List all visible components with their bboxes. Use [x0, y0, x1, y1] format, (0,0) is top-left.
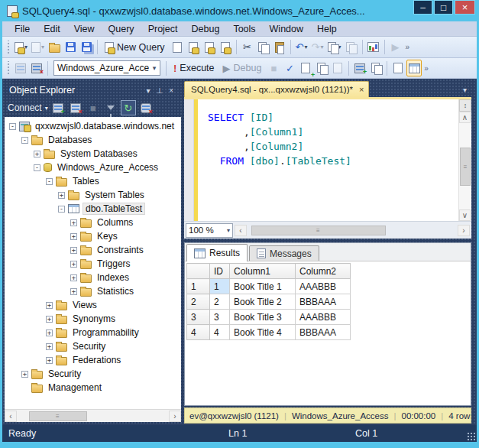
hscroll-right-icon[interactable]: › [458, 225, 470, 236]
close-button[interactable]: × [455, 0, 475, 15]
xmla-query-button[interactable] [218, 39, 233, 56]
editor-horizontal-scrollbar[interactable]: ‹ ≡ › [235, 223, 470, 238]
expand-icon[interactable]: + [70, 247, 77, 254]
grid-row-header[interactable]: 4 [187, 325, 210, 340]
oe-scroll-thumb[interactable]: ≡ [29, 411, 87, 421]
menu-edit[interactable]: Edit [37, 22, 66, 36]
dmx-query-button[interactable] [202, 39, 217, 56]
grid-column-header-id[interactable]: ID [210, 264, 230, 279]
tab-close-icon[interactable]: × [359, 85, 364, 94]
tree-item-label[interactable]: Tables [70, 176, 102, 187]
results-to-grid-button[interactable] [406, 60, 422, 76]
menu-help[interactable]: Help [311, 22, 343, 36]
grid-column-header-column1[interactable]: Column1 [230, 264, 296, 279]
splitter-handle-icon[interactable]: ↕ [459, 99, 471, 112]
tab-results[interactable]: Results [186, 244, 248, 261]
tree-item-statistics[interactable]: +Statistics [6, 284, 181, 298]
refresh-button[interactable]: ↻ [121, 100, 136, 115]
save-all-button[interactable] [79, 39, 94, 56]
grid-cell[interactable]: AAABBB [296, 310, 351, 325]
menu-tools[interactable]: Tools [227, 22, 261, 36]
tree-item-qxxwzwjsl0-database-windows-net[interactable]: -qxxwzwjsl0.database.windows.net [6, 119, 181, 133]
tree-item-label[interactable]: System Databases [58, 148, 140, 159]
code-line[interactable]: ,[Column2] [208, 139, 458, 154]
intellisense-button[interactable] [330, 60, 345, 76]
copy-button[interactable] [256, 39, 271, 56]
grid-cell[interactable]: AAABBB [296, 279, 351, 294]
undo-button[interactable]: ↶▾ [294, 39, 309, 56]
tree-item-system-tables[interactable]: +System Tables [6, 188, 181, 202]
scroll-right-icon[interactable]: › [169, 411, 181, 422]
tree-item-label[interactable]: Windows_Azure_Access [55, 162, 160, 173]
tree-item-label[interactable]: Synonyms [70, 313, 118, 324]
tree-item-federations[interactable]: +Federations [6, 353, 181, 367]
cut-button[interactable]: ✂ [240, 39, 255, 56]
grid-row-header[interactable]: 3 [187, 310, 210, 325]
tree-item-label[interactable]: Security [46, 368, 83, 379]
filter-icon[interactable] [103, 100, 118, 115]
code-line[interactable]: ,[Column1] [208, 125, 458, 139]
collapse-icon[interactable]: - [58, 206, 65, 213]
menu-query[interactable]: Query [102, 22, 141, 36]
expand-icon[interactable]: + [70, 233, 77, 240]
tree-item-label[interactable]: Keys [95, 231, 120, 242]
expand-icon[interactable]: + [70, 219, 77, 226]
tree-item-label[interactable]: qxxwzwjsl0.database.windows.net [33, 121, 176, 131]
navigate-forward-button[interactable] [344, 39, 359, 56]
menu-view[interactable]: View [68, 22, 101, 36]
tree-item-programmability[interactable]: +Programmability [6, 326, 181, 339]
toolbar2-overflow-button[interactable]: » [422, 64, 429, 73]
grid-cell[interactable]: Book Title 1 [230, 279, 296, 294]
tree-item-columns[interactable]: +Columns [6, 216, 181, 229]
editor-hscroll-thumb[interactable]: ≡ [251, 226, 387, 235]
tree-item-management[interactable]: Management [6, 381, 181, 394]
toolbar-grip-2[interactable] [6, 61, 10, 75]
grid-cell[interactable]: BBBAAA [296, 325, 351, 340]
tree-item-tables[interactable]: -Tables [6, 174, 181, 188]
grid-cell[interactable]: Book Title 3 [230, 310, 296, 325]
grid-cell[interactable]: 1 [210, 279, 230, 294]
grid-cell[interactable]: 4 [210, 325, 230, 340]
expand-icon[interactable]: + [46, 302, 53, 309]
oe-script-button[interactable]: × [138, 100, 154, 115]
tree-item-security[interactable]: +Security [6, 367, 181, 381]
tree-item-label[interactable]: Security [70, 341, 108, 352]
tab-list-dropdown-icon[interactable]: ▾ [463, 86, 467, 94]
parse-button[interactable]: ✓ [282, 60, 297, 76]
editor-vertical-scrollbar[interactable]: ↕ ∧ ≡ ∨ [458, 99, 471, 221]
tree-item-security[interactable]: +Security [6, 339, 181, 353]
expand-icon[interactable]: + [34, 151, 40, 157]
tree-item-windows-azure-access[interactable]: -Windows_Azure_Access [6, 161, 181, 174]
navigate-backward-button[interactable]: ▾ [326, 39, 343, 56]
tree-item-keys[interactable]: +Keys [6, 229, 181, 243]
include-actual-plan-button[interactable] [368, 60, 384, 76]
new-query-button[interactable]: New Query [101, 39, 169, 56]
menu-file[interactable]: File [8, 22, 36, 36]
connect-button[interactable] [13, 60, 28, 76]
zoom-combo[interactable]: 100 % ▾ [186, 223, 233, 238]
tree-item-synonyms[interactable]: +Synonyms [6, 312, 181, 326]
save-button[interactable] [63, 39, 78, 56]
oe-connect-server-button[interactable]: + [50, 100, 66, 115]
collapse-icon[interactable]: - [46, 178, 53, 185]
expand-icon[interactable]: + [70, 274, 77, 281]
oe-stop-button[interactable]: ■ [86, 100, 101, 115]
redo-button[interactable]: ↷▾ [310, 39, 325, 56]
collapse-icon[interactable]: - [34, 164, 40, 171]
sql-editor[interactable]: SELECT [ID] ,[Column1] ,[Column2] FROM [… [184, 97, 471, 221]
expand-icon[interactable]: + [46, 316, 53, 323]
expand-icon[interactable]: + [46, 343, 53, 350]
specify-template-parameters-button[interactable]: + [298, 60, 313, 76]
oe-disconnect-button[interactable]: × [68, 100, 83, 115]
code-line[interactable]: FROM [dbo].[TableTest] [208, 154, 458, 168]
tree-item-triggers[interactable]: +Triggers [6, 257, 181, 271]
scroll-down-icon[interactable]: ∨ [459, 209, 471, 221]
stop-button[interactable]: ■ [266, 60, 281, 76]
activity-monitor-button[interactable] [366, 39, 381, 56]
grid-cell[interactable]: Book Title 4 [230, 325, 296, 340]
query-document-tab[interactable]: SQLQuery4.sql - qx...qxxwzwjsl0 (1121))*… [184, 81, 369, 97]
tree-item-label[interactable]: Federations [70, 355, 123, 365]
debug-button[interactable]: ▶ Debug [219, 60, 266, 76]
toolbar-grip[interactable] [6, 41, 10, 54]
hscroll-left-icon[interactable]: ‹ [235, 225, 247, 236]
